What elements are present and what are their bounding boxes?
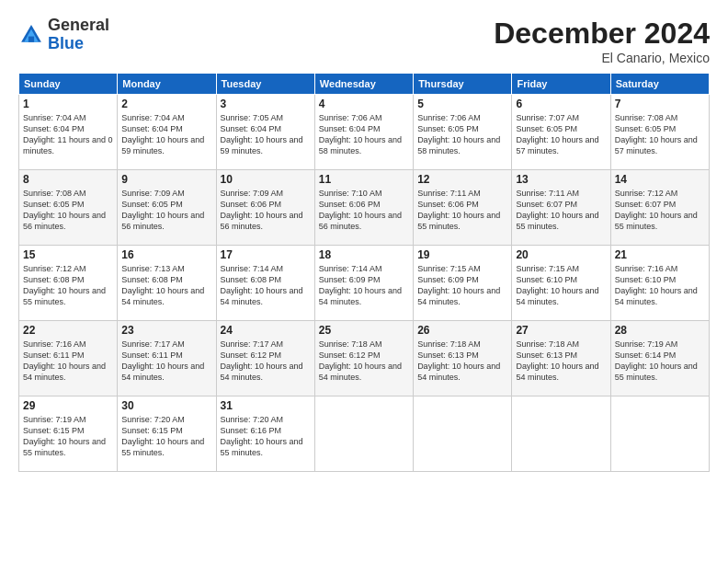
calendar-cell: 25 Sunrise: 7:18 AMSunset: 6:12 PMDaylig… [314,321,413,396]
day-number: 22 [23,324,113,337]
location: El Canario, Mexico [494,51,710,65]
calendar-cell: 19 Sunrise: 7:15 AMSunset: 6:09 PMDaylig… [414,246,512,321]
day-number: 30 [121,399,211,412]
page: General Blue December 2024 El Canario, M… [0,0,728,563]
day-number: 27 [516,324,606,337]
calendar-cell: 30 Sunrise: 7:20 AMSunset: 6:15 PMDaylig… [118,396,216,472]
calendar-header-wednesday: Wednesday [314,74,413,95]
day-number: 6 [516,98,606,110]
day-number: 3 [221,98,311,110]
calendar-cell: 21 Sunrise: 7:16 AMSunset: 6:10 PMDaylig… [610,246,709,321]
calendar-cell: 22 Sunrise: 7:16 AMSunset: 6:11 PMDaylig… [19,321,118,396]
day-info: Sunrise: 7:19 AMSunset: 6:15 PMDaylight:… [23,415,106,457]
day-number: 15 [23,248,113,261]
day-number: 17 [221,248,311,261]
calendar-cell: 28 Sunrise: 7:19 AMSunset: 6:14 PMDaylig… [610,321,709,396]
day-number: 9 [121,173,211,186]
logo-blue-text: Blue [48,34,84,52]
calendar-cell: 9 Sunrise: 7:09 AMSunset: 6:05 PMDayligh… [118,170,216,246]
calendar-cell [610,396,709,472]
day-number: 28 [615,324,705,337]
calendar-cell: 14 Sunrise: 7:12 AMSunset: 6:07 PMDaylig… [610,170,709,246]
day-number: 8 [23,173,113,186]
day-info: Sunrise: 7:04 AMSunset: 6:04 PMDaylight:… [23,113,113,155]
day-number: 29 [23,399,113,412]
day-number: 16 [121,248,211,261]
calendar-cell: 12 Sunrise: 7:11 AMSunset: 6:06 PMDaylig… [414,170,512,246]
calendar-cell: 20 Sunrise: 7:15 AMSunset: 6:10 PMDaylig… [512,246,610,321]
calendar-cell: 13 Sunrise: 7:11 AMSunset: 6:07 PMDaylig… [512,170,610,246]
day-number: 24 [221,324,311,337]
day-info: Sunrise: 7:20 AMSunset: 6:16 PMDaylight:… [221,415,303,457]
day-info: Sunrise: 7:15 AMSunset: 6:10 PMDaylight:… [516,264,598,306]
day-number: 26 [417,324,507,337]
calendar-cell: 29 Sunrise: 7:19 AMSunset: 6:15 PMDaylig… [19,396,118,472]
calendar-cell: 2 Sunrise: 7:04 AMSunset: 6:04 PMDayligh… [118,95,216,170]
day-info: Sunrise: 7:08 AMSunset: 6:05 PMDaylight:… [23,189,106,231]
day-number: 7 [615,98,705,110]
day-info: Sunrise: 7:12 AMSunset: 6:08 PMDaylight:… [23,264,106,306]
day-number: 2 [121,98,211,110]
calendar-header-saturday: Saturday [610,74,709,95]
calendar-cell: 27 Sunrise: 7:18 AMSunset: 6:13 PMDaylig… [512,321,610,396]
logo: General Blue [18,17,109,53]
calendar-header-tuesday: Tuesday [216,74,314,95]
day-info: Sunrise: 7:17 AMSunset: 6:11 PMDaylight:… [121,339,204,382]
calendar-cell [314,396,413,472]
day-info: Sunrise: 7:16 AMSunset: 6:11 PMDaylight:… [23,339,106,382]
calendar-week-3: 15 Sunrise: 7:12 AMSunset: 6:08 PMDaylig… [19,246,710,321]
day-info: Sunrise: 7:08 AMSunset: 6:05 PMDaylight:… [615,113,698,155]
svg-rect-2 [28,36,34,41]
calendar-cell: 1 Sunrise: 7:04 AMSunset: 6:04 PMDayligh… [19,95,118,170]
calendar-header-sunday: Sunday [19,74,118,95]
calendar-cell: 10 Sunrise: 7:09 AMSunset: 6:06 PMDaylig… [216,170,314,246]
calendar-cell [512,396,610,472]
day-info: Sunrise: 7:10 AMSunset: 6:06 PMDaylight:… [319,189,402,231]
calendar-week-5: 29 Sunrise: 7:19 AMSunset: 6:15 PMDaylig… [19,396,710,472]
day-number: 25 [319,324,409,337]
calendar: SundayMondayTuesdayWednesdayThursdayFrid… [18,73,710,472]
day-number: 14 [615,173,705,186]
day-info: Sunrise: 7:20 AMSunset: 6:15 PMDaylight:… [121,415,204,457]
logo-icon [18,22,44,48]
day-info: Sunrise: 7:18 AMSunset: 6:12 PMDaylight:… [319,339,402,382]
month-title: December 2024 [494,17,710,51]
calendar-body: 1 Sunrise: 7:04 AMSunset: 6:04 PMDayligh… [19,95,710,472]
day-number: 20 [516,248,606,261]
calendar-header-row: SundayMondayTuesdayWednesdayThursdayFrid… [19,74,710,95]
day-number: 31 [221,399,311,412]
calendar-cell: 6 Sunrise: 7:07 AMSunset: 6:05 PMDayligh… [512,95,610,170]
day-info: Sunrise: 7:04 AMSunset: 6:04 PMDaylight:… [121,113,204,155]
calendar-cell: 3 Sunrise: 7:05 AMSunset: 6:04 PMDayligh… [216,95,314,170]
day-number: 13 [516,173,606,186]
day-info: Sunrise: 7:12 AMSunset: 6:07 PMDaylight:… [615,189,698,231]
day-number: 12 [417,173,507,186]
calendar-week-1: 1 Sunrise: 7:04 AMSunset: 6:04 PMDayligh… [19,95,710,170]
day-number: 1 [23,98,113,110]
day-info: Sunrise: 7:13 AMSunset: 6:08 PMDaylight:… [121,264,204,306]
calendar-cell: 23 Sunrise: 7:17 AMSunset: 6:11 PMDaylig… [118,321,216,396]
day-info: Sunrise: 7:14 AMSunset: 6:08 PMDaylight:… [221,264,303,306]
day-info: Sunrise: 7:16 AMSunset: 6:10 PMDaylight:… [615,264,698,306]
calendar-cell: 16 Sunrise: 7:13 AMSunset: 6:08 PMDaylig… [118,246,216,321]
day-info: Sunrise: 7:11 AMSunset: 6:07 PMDaylight:… [516,189,598,231]
calendar-header-friday: Friday [512,74,610,95]
day-info: Sunrise: 7:05 AMSunset: 6:04 PMDaylight:… [221,113,303,155]
day-info: Sunrise: 7:17 AMSunset: 6:12 PMDaylight:… [221,339,303,382]
calendar-cell: 31 Sunrise: 7:20 AMSunset: 6:16 PMDaylig… [216,396,314,472]
day-info: Sunrise: 7:18 AMSunset: 6:13 PMDaylight:… [516,339,598,382]
calendar-header-thursday: Thursday [414,74,512,95]
day-info: Sunrise: 7:14 AMSunset: 6:09 PMDaylight:… [319,264,402,306]
day-info: Sunrise: 7:15 AMSunset: 6:09 PMDaylight:… [417,264,500,306]
calendar-cell: 26 Sunrise: 7:18 AMSunset: 6:13 PMDaylig… [414,321,512,396]
day-number: 11 [319,173,409,186]
day-info: Sunrise: 7:19 AMSunset: 6:14 PMDaylight:… [615,339,698,382]
title-block: December 2024 El Canario, Mexico [494,17,710,65]
day-number: 23 [121,324,211,337]
calendar-cell [414,396,512,472]
calendar-header-monday: Monday [118,74,216,95]
calendar-cell: 18 Sunrise: 7:14 AMSunset: 6:09 PMDaylig… [314,246,413,321]
day-info: Sunrise: 7:09 AMSunset: 6:06 PMDaylight:… [221,189,303,231]
day-info: Sunrise: 7:09 AMSunset: 6:05 PMDaylight:… [121,189,204,231]
calendar-cell: 5 Sunrise: 7:06 AMSunset: 6:05 PMDayligh… [414,95,512,170]
